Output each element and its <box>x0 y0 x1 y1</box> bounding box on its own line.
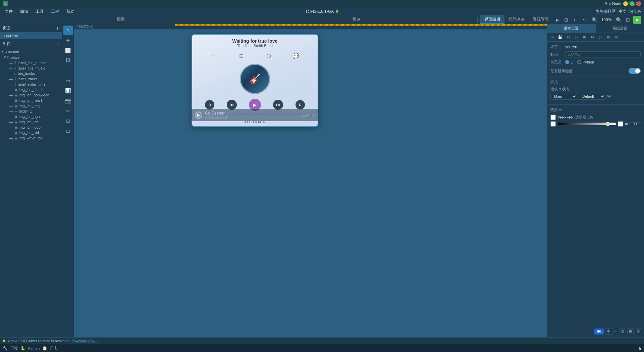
minimize-btn[interactable] <box>623 1 628 6</box>
prev-btn[interactable]: ⏮ <box>227 100 237 110</box>
tree-item-img-icn-heart[interactable]: — ▣ img_icn_heart <box>0 98 62 103</box>
tab-properties[interactable]: 属性设置 <box>547 24 596 33</box>
style-default-dropdown[interactable]: Default <box>579 93 605 100</box>
components-expand-icon[interactable]: ↗ <box>56 42 59 46</box>
tool-chart[interactable]: 📊 <box>63 86 73 95</box>
keyboard-toggle[interactable] <box>629 68 641 74</box>
bg-pencil-icon[interactable]: ✏ <box>559 108 562 112</box>
tool-rect[interactable]: ⬜ <box>63 46 73 55</box>
tab-panel-layers[interactable]: 层级 <box>3 15 239 24</box>
copy-btn[interactable]: ⊞ <box>562 16 570 24</box>
page-item-screen[interactable]: □ screen <box>0 32 62 39</box>
tool-grid[interactable]: ⊞ <box>63 116 73 126</box>
radio-c[interactable]: C <box>565 60 573 64</box>
tab-panel-preview[interactable]: 预览 <box>239 15 475 24</box>
prop-icon-6[interactable]: ▷ <box>597 34 604 41</box>
tab-code-browser[interactable]: 代码浏览 <box>504 15 529 24</box>
ime-btn-5[interactable]: ⊠ <box>635 328 641 334</box>
redo-btn[interactable]: ↪ <box>581 16 589 24</box>
tree-item-label-title-author[interactable]: — T label_title_author <box>0 60 62 65</box>
tree-item-img-icn-right[interactable]: — ▣ img_icn_right <box>0 114 62 119</box>
repeat-btn[interactable]: ↻ <box>296 100 305 109</box>
tool-bar[interactable]: ▭ <box>63 76 73 85</box>
tree-item-btn-tracks[interactable]: — □ btn_tracks <box>0 71 62 76</box>
undo-all-btn[interactable]: ⏮ <box>553 16 561 24</box>
heart-icon[interactable]: ♡ <box>209 51 219 60</box>
style-main-dropdown[interactable]: Main <box>550 93 577 100</box>
prop-icon-5[interactable]: ⊠ <box>589 34 596 41</box>
tree-item-label-slider-time[interactable]: — T label_slider_time <box>0 82 62 87</box>
color-slider[interactable] <box>558 123 616 125</box>
undo-btn[interactable]: ↩ <box>572 16 580 24</box>
tree-item-img-wave-top[interactable]: — ▣ img_wave_top <box>0 135 62 141</box>
language-btn[interactable]: 中文 <box>619 9 627 14</box>
play-toolbar-btn[interactable]: ▶ <box>633 16 641 24</box>
tree-item-player[interactable]: ▾ □ player <box>0 54 62 60</box>
tool-crosshair[interactable]: ⊕ <box>63 36 73 45</box>
prop-icon-7[interactable]: ⊞ <box>605 34 612 41</box>
prop-icon-2[interactable]: ⊡ <box>565 34 572 41</box>
prop-icon-3[interactable]: ▷ <box>573 34 580 41</box>
prop-icon-0[interactable]: ⊞ <box>548 34 556 41</box>
expand-next-icon[interactable]: ↗ <box>312 113 315 118</box>
tree-item-img-icn-loop[interactable]: — ▣ img_icn_loop <box>0 125 62 130</box>
tree-item-label-tracks[interactable]: — T label_tracks <box>0 76 62 82</box>
download-icon[interactable]: ⊡ <box>236 51 246 60</box>
ime-dot-btn[interactable]: • <box>613 329 618 334</box>
song-title: Waiting for true love <box>198 38 312 44</box>
prop-icon-1[interactable]: 💾 <box>556 34 564 41</box>
shuffle-btn[interactable]: ⟨⟩ <box>205 100 214 109</box>
menu-file[interactable]: 文件 <box>1 8 16 15</box>
tree-item-img-icn-left[interactable]: — ▣ img_icn_left <box>0 119 62 125</box>
ime-btn-3[interactable]: ⊡ <box>620 328 626 334</box>
style-eye-icon[interactable]: 👁 <box>607 94 611 99</box>
prop-flag-input[interactable] <box>565 51 641 57</box>
prop-icon-8[interactable]: ⊞ <box>613 34 620 41</box>
maximize-btn[interactable] <box>630 1 635 6</box>
color-swatch-1[interactable] <box>550 115 556 120</box>
tree-item-img-icn-msg[interactable]: — ▣ img_icn_msg <box>0 103 62 108</box>
tree-item-screen[interactable]: ▾ □ screen <box>0 49 62 54</box>
add-page-btn[interactable]: + <box>56 25 59 31</box>
zoom-in-btn[interactable]: 🔍 <box>614 16 623 24</box>
next-btn[interactable]: ⏭ <box>273 100 283 110</box>
next-play-btn[interactable]: ▶ <box>195 112 202 119</box>
tree-item-label-title-music[interactable]: — T label_title_music <box>0 65 62 71</box>
player-song-info: Waiting for true love The John Smith Ban… <box>192 35 318 49</box>
menu-project[interactable]: 工程 <box>48 8 62 15</box>
tree-item-slider-1[interactable]: — — slider_1 <box>0 108 62 114</box>
tool-expand[interactable]: ⊡ <box>63 126 73 136</box>
close-btn[interactable] <box>637 1 641 6</box>
tool-pointer[interactable]: ↖ <box>63 26 73 35</box>
message-icon[interactable]: 💬 <box>291 51 301 60</box>
tool-pen[interactable]: ✏ <box>63 106 73 116</box>
export-btn[interactable]: ⊡ <box>624 16 632 24</box>
menu-help[interactable]: 帮助 <box>63 8 78 15</box>
tab-system-settings[interactable]: 系统设置 <box>596 24 644 33</box>
theme-btn[interactable]: 深蓝色 <box>629 9 641 14</box>
tab-ui-editor[interactable]: 界面编辑 <box>480 15 504 24</box>
prop-icon-4[interactable]: ⊞ <box>581 34 588 41</box>
bg-section: 背景 ✏ #FFFFFF 透明度 0% #FFFFFF <box>547 104 644 129</box>
update-dot-icon <box>3 340 5 342</box>
prop-name-row: 名字 screen <box>550 44 641 49</box>
tree-item-img-icn-download[interactable]: — ▣ img_icn_donwload <box>0 92 62 98</box>
ime-label[interactable]: Ir <box>639 346 641 350</box>
menu-tools[interactable]: 工具 <box>32 8 47 15</box>
color-swatch-2[interactable] <box>550 121 556 127</box>
ime-chinese-btn[interactable]: 中 <box>605 328 612 335</box>
community-name[interactable]: 惠智浦社区 <box>596 9 616 14</box>
download-link[interactable]: download now.... <box>71 339 99 343</box>
ime-btn-4[interactable]: ⊞ <box>627 328 634 334</box>
radio-python[interactable]: Python <box>577 60 594 64</box>
next-track-title: Go Deeper <box>205 111 299 116</box>
tab-resource-mgr[interactable]: 资源管理 <box>529 15 553 24</box>
tool-image[interactable]: 🖼 <box>63 56 73 65</box>
tool-photo[interactable]: 📷 <box>63 96 73 105</box>
zoom-out-btn[interactable]: 🔍 <box>590 16 598 24</box>
share-icon[interactable]: ⬡ <box>264 51 273 60</box>
tool-text[interactable]: T <box>63 66 73 75</box>
tree-item-img-icn-rnd[interactable]: — ▣ img_icn_rnd <box>0 130 62 135</box>
tree-item-img-icn-chart[interactable]: — ▣ img_icn_chart <box>0 87 62 92</box>
menu-edit[interactable]: 编辑 <box>17 8 32 15</box>
